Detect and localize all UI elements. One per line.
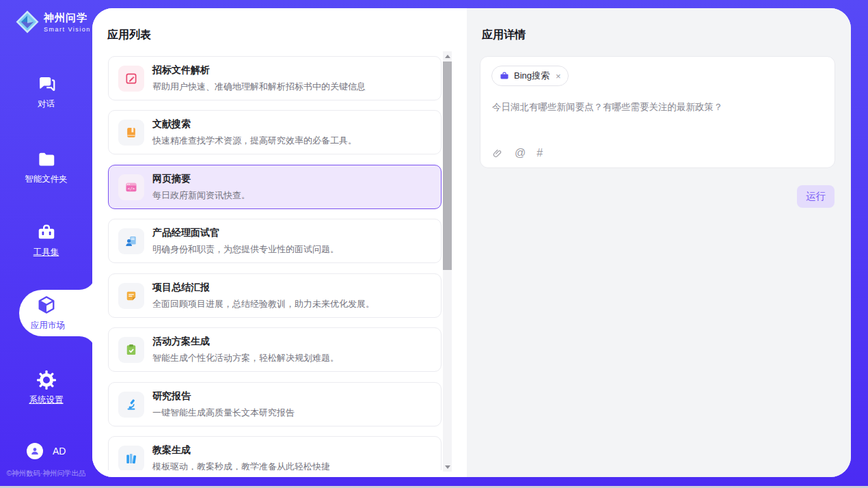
app-card-texts: 网页摘要 每日政府新闻资讯快查。: [152, 173, 250, 202]
folder-icon: [36, 149, 57, 170]
mention-icon[interactable]: @: [515, 147, 526, 159]
svg-text:</>: </>: [128, 186, 135, 190]
sidebar-item-label: 智能文件夹: [0, 174, 92, 185]
person-icon: [29, 446, 40, 457]
interviewer-icon: [118, 228, 144, 254]
app-card-texts: 教案生成 模板驱动，教案秒成，教学准备从此轻松快捷: [152, 444, 330, 471]
sidebar-item-settings[interactable]: 系统设置: [0, 370, 92, 406]
brand-logo: 神州问学 Smart Vision: [15, 10, 91, 34]
note-icon: [118, 283, 144, 309]
close-icon[interactable]: ×: [556, 71, 561, 81]
user-account[interactable]: AD: [27, 443, 66, 459]
tool-tag-label: Bing搜索: [514, 70, 550, 82]
brand-logo-icon: [15, 10, 40, 34]
scrollbar-thumb[interactable]: [443, 62, 452, 270]
app-card-bid-parse[interactable]: 招标文件解析 帮助用户快速、准确地理解和解析招标书中的关键信息: [108, 56, 442, 100]
app-card-literature-search[interactable]: 文献搜索 快速精准查找学术资源，提高研究效率的必备工具。: [108, 110, 442, 154]
clipboard-check-icon: [118, 337, 144, 363]
scrollbar-up-arrow[interactable]: [443, 51, 452, 61]
tool-tag-bing-search[interactable]: Bing搜索 ×: [491, 66, 569, 86]
app-card-texts: 文献搜索 快速精准查找学术资源，提高研究效率的必备工具。: [152, 118, 357, 147]
app-card-web-summary[interactable]: </> 网页摘要 每日政府新闻资讯快查。: [108, 165, 442, 209]
app-card-lesson-plan[interactable]: 教案生成 模板驱动，教案秒成，教学准备从此轻松快捷: [108, 436, 442, 470]
sidebar-item-label: 工具集: [0, 247, 92, 258]
app-card-texts: 项目总结汇报 全面回顾项目进展，总结经验教训，助力未来优化发展。: [152, 282, 375, 310]
app-card-desc: 明确身份和职责，为您提供专业性的面试问题。: [152, 243, 339, 256]
app-detail-title: 应用详情: [482, 28, 526, 42]
avatar: [27, 443, 43, 459]
chat-icon: [36, 74, 57, 94]
app-card-texts: 活动方案生成 智能生成个性化活动方案，轻松解决规划难题。: [152, 336, 339, 364]
app-card-pm-interviewer[interactable]: 产品经理面试官 明确身份和职责，为您提供专业性的面试问题。: [108, 219, 442, 263]
app-card-desc: 一键智能生成高质量长文本研究报告: [152, 407, 295, 419]
app-card-title: 招标文件解析: [152, 64, 366, 77]
attachment-icon[interactable]: [492, 148, 504, 159]
brand-name: 神州问学: [44, 12, 91, 25]
sidebar-item-toolset[interactable]: 工具集: [0, 222, 92, 258]
brand-text: 神州问学 Smart Vision: [44, 12, 91, 33]
app-detail-panel: 应用详情 Bing搜索 × 今日湖北有哪些新闻要点？有哪些需要关注的最新政策？ …: [467, 8, 851, 477]
copyright-text: ©神州数码·神州问学出品: [0, 469, 92, 478]
app-card-desc: 帮助用户快速、准确地理解和解析招标书中的关键信息: [152, 81, 366, 93]
topic-icon[interactable]: #: [537, 147, 543, 159]
app-card-title: 产品经理面试官: [152, 227, 339, 239]
app-card-event-plan[interactable]: 活动方案生成 智能生成个性化活动方案，轻松解决规划难题。: [108, 327, 442, 372]
app-card-desc: 模板驱动，教案秒成，教学准备从此轻松快捷: [152, 461, 330, 471]
app-card-title: 研究报告: [152, 390, 295, 403]
briefcase-icon: [500, 71, 509, 81]
app-root: 神州问学 Smart Vision 对话 智能文件夹 工具: [0, 0, 868, 488]
sidebar-item-chat[interactable]: 对话: [0, 74, 92, 110]
sidebar-item-label: 应用市场: [19, 320, 77, 331]
input-toolbar: @ #: [492, 147, 543, 159]
briefcase-icon: [36, 222, 57, 243]
user-name: AD: [53, 446, 66, 457]
sidebar-item-app-market[interactable]: 应用市场: [19, 290, 96, 336]
sidebar-item-label: 系统设置: [0, 394, 92, 406]
run-button[interactable]: 运行: [797, 185, 835, 208]
app-list-panel: 应用列表 招标文件解析 帮助用户快速、准确地理解和解析招标书中的关键信息: [92, 8, 467, 477]
query-input[interactable]: 今日湖北有哪些新闻要点？有哪些需要关注的最新政策？: [492, 100, 824, 113]
app-card-desc: 快速精准查找学术资源，提高研究效率的必备工具。: [152, 135, 357, 147]
app-card-title: 教案生成: [152, 444, 330, 457]
app-card-texts: 招标文件解析 帮助用户快速、准确地理解和解析招标书中的关键信息: [152, 64, 366, 93]
app-card-title: 活动方案生成: [152, 336, 339, 348]
sidebar: 神州问学 Smart Vision 对话 智能文件夹 工具: [0, 0, 92, 488]
app-card-title: 文献搜索: [152, 118, 357, 131]
scrollbar-down-arrow[interactable]: [443, 462, 452, 472]
cube-icon: [36, 295, 57, 315]
app-list-viewport: 招标文件解析 帮助用户快速、准确地理解和解析招标书中的关键信息 文献搜索: [92, 8, 467, 470]
book-icon: [118, 120, 144, 146]
microscope-icon: [118, 392, 144, 418]
doc-edit-icon: [118, 66, 144, 92]
sidebar-item-label: 对话: [0, 98, 92, 110]
scrollbar[interactable]: [443, 51, 452, 472]
sidebar-item-smart-folder[interactable]: 智能文件夹: [0, 149, 92, 185]
app-card-desc: 智能生成个性化活动方案，轻松解决规划难题。: [152, 352, 339, 364]
gear-icon: [36, 370, 57, 390]
prompt-card: Bing搜索 × 今日湖北有哪些新闻要点？有哪些需要关注的最新政策？ @ #: [480, 56, 835, 168]
app-card-title: 网页摘要: [152, 173, 250, 185]
app-card-research-report[interactable]: 研究报告 一键智能生成高质量长文本研究报告: [108, 382, 442, 426]
app-card-project-summary[interactable]: 项目总结汇报 全面回顾项目进展，总结经验教训，助力未来优化发展。: [108, 273, 442, 318]
app-card-desc: 全面回顾项目进展，总结经验教训，助力未来优化发展。: [152, 298, 375, 310]
app-card-desc: 每日政府新闻资讯快查。: [152, 189, 250, 202]
app-card-texts: 产品经理面试官 明确身份和职责，为您提供专业性的面试问题。: [152, 227, 339, 256]
main-content: 应用列表 招标文件解析 帮助用户快速、准确地理解和解析招标书中的关键信息: [92, 8, 851, 477]
brand-subtitle: Smart Vision: [44, 26, 91, 33]
app-card-texts: 研究报告 一键智能生成高质量长文本研究报告: [152, 390, 295, 419]
browser-code-icon: </>: [118, 174, 144, 200]
books-icon: [118, 446, 144, 471]
app-card-title: 项目总结汇报: [152, 282, 375, 294]
